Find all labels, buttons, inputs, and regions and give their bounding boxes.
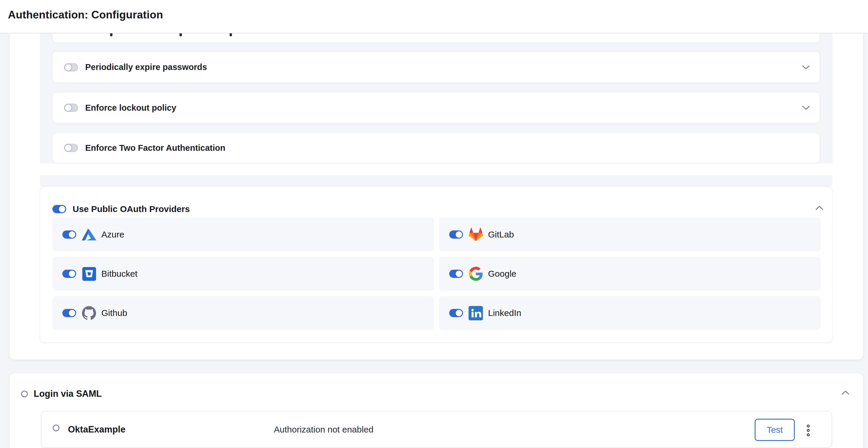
saml-radio[interactable] xyxy=(21,391,28,397)
row-enforce-lockout-policy[interactable]: Enforce lockout policy xyxy=(52,92,820,124)
chevron-up-icon[interactable] xyxy=(815,205,824,212)
oauth-master-toggle[interactable] xyxy=(53,205,66,213)
linkedin-toggle[interactable] xyxy=(449,309,463,317)
google-icon xyxy=(468,266,484,281)
gitlab-icon xyxy=(468,227,484,242)
provider-row-azure: Azure xyxy=(53,218,434,252)
oauth-header: Use Public OAuth Providers xyxy=(53,204,190,214)
saml-title: Login via SAML xyxy=(34,389,102,399)
row-label: Enforce lockout policy xyxy=(85,103,176,113)
bitbucket-icon xyxy=(82,266,97,281)
row-label: Periodically expire passwords xyxy=(85,62,207,72)
page-title: Authentication: Configuration xyxy=(8,9,163,21)
provider-name: GitLab xyxy=(488,230,514,239)
connection-status: Authorization not enabled xyxy=(274,412,373,447)
azure-toggle[interactable] xyxy=(62,230,76,238)
row-periodically-expire-passwords[interactable]: Periodically expire passwords xyxy=(52,51,820,83)
clipped-text-fragment xyxy=(180,33,182,36)
section-divider-band xyxy=(40,175,833,187)
provider-row-google: Google xyxy=(439,257,821,291)
authentication-configuration-page: Periodically expire passwords Enforce lo… xyxy=(0,0,868,448)
test-button[interactable]: Test xyxy=(755,419,795,441)
kebab-menu-icon[interactable] xyxy=(806,424,810,436)
provider-row-gitlab: GitLab xyxy=(439,218,821,252)
provider-name: Google xyxy=(488,269,517,279)
azure-icon xyxy=(82,227,97,242)
clipped-text-fragment xyxy=(229,33,232,36)
provider-name: LinkedIn xyxy=(488,308,521,318)
provider-grid: Azure GitLab xyxy=(53,218,820,330)
saml-header: Login via SAML xyxy=(21,389,102,399)
chevron-down-icon xyxy=(802,105,810,110)
provider-row-github: Github xyxy=(53,296,434,330)
lockout-policy-toggle[interactable] xyxy=(64,104,78,112)
oauth-title: Use Public OAuth Providers xyxy=(73,204,190,214)
gitlab-toggle[interactable] xyxy=(449,230,463,238)
github-toggle[interactable] xyxy=(62,309,76,317)
expire-passwords-toggle[interactable] xyxy=(64,63,78,71)
bitbucket-toggle[interactable] xyxy=(62,270,76,278)
saml-login-card: Login via SAML OktaExample Authorization… xyxy=(10,373,863,448)
clipped-text-fragment xyxy=(110,33,113,36)
provider-name: Github xyxy=(101,308,127,318)
row-label: Enforce Two Factor Authentication xyxy=(85,143,225,153)
saml-connection-row: OktaExample Authorization not enabled Te… xyxy=(41,411,832,448)
two-factor-toggle[interactable] xyxy=(64,144,78,152)
chevron-down-icon xyxy=(802,65,810,70)
chevron-up-icon[interactable] xyxy=(841,390,849,396)
github-icon xyxy=(82,306,97,321)
google-toggle[interactable] xyxy=(449,270,463,278)
okta-radio[interactable] xyxy=(53,424,59,431)
row-enforce-two-factor[interactable]: Enforce Two Factor Authentication xyxy=(52,132,820,163)
provider-name: Azure xyxy=(101,230,124,239)
app-header: Authentication: Configuration xyxy=(0,0,868,33)
provider-name: Bitbucket xyxy=(101,269,137,279)
oauth-providers-card: Use Public OAuth Providers Azure xyxy=(40,187,833,343)
provider-row-bitbucket: Bitbucket xyxy=(53,257,434,291)
connection-name: OktaExample xyxy=(68,412,125,447)
linkedin-icon xyxy=(468,306,484,321)
provider-row-linkedin: LinkedIn xyxy=(439,296,821,330)
